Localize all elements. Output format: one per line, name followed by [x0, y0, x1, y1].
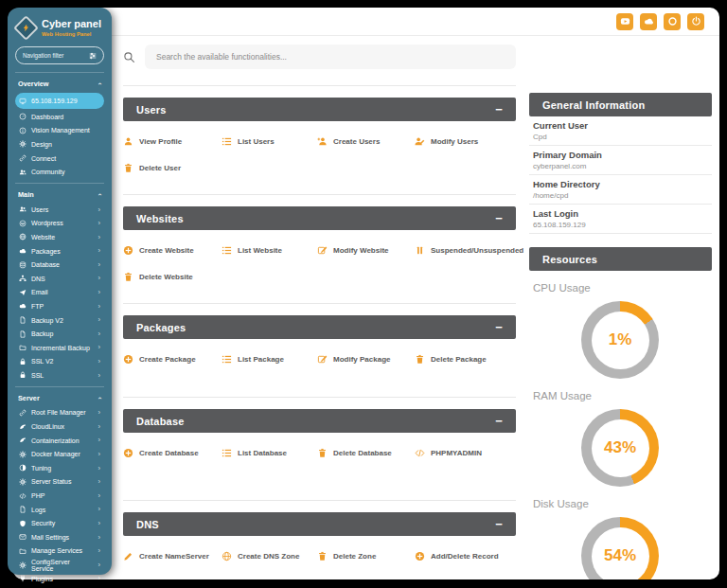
sidebar-item-plugins[interactable]: Plugins›	[15, 572, 104, 586]
trash-icon	[317, 448, 328, 458]
app-tagline: Web Hosting Panel	[42, 31, 101, 37]
sidebar-item-website[interactable]: Website›	[15, 230, 104, 244]
chevron-right-icon: ›	[98, 316, 101, 324]
action-create-website[interactable]: Create Website	[123, 237, 222, 263]
sidebar-item-docker-manager[interactable]: Docker Manager›	[15, 447, 104, 461]
sidebar-item-dashboard[interactable]: Dashboard	[15, 110, 104, 124]
action-delete-website[interactable]: Delete Website	[123, 263, 222, 290]
action-create-nameserver[interactable]: Create NameServer	[123, 543, 222, 569]
sidebar-item-cloudlinux[interactable]: CloudLinux›	[15, 419, 104, 434]
action-label: Delete Zone	[333, 552, 376, 561]
sidebar-item-label: SSL V2	[31, 358, 53, 365]
info-label: Last Login	[533, 208, 710, 219]
sidebar-item-php[interactable]: PHP›	[15, 489, 104, 503]
section-websites-items: Create Website List Website Modify Websi…	[123, 237, 516, 290]
sidebar-item-tuning[interactable]: Tuning›	[15, 461, 104, 475]
camera-ring-button[interactable]	[664, 13, 681, 30]
collapse-icon[interactable]: −	[495, 415, 503, 427]
sidebar-item-containerization[interactable]: Containerization›	[15, 434, 104, 448]
action-phpmyadmin[interactable]: PHPMYADMIN	[415, 439, 516, 466]
action-delete-package[interactable]: Delete Package	[415, 346, 516, 372]
sidebar-item-wordpress[interactable]: Wordpress›	[15, 217, 104, 231]
navigation-filter-input[interactable]: Navigation filter	[15, 46, 104, 64]
plus-circle-icon	[123, 448, 133, 458]
sidebar-item-dns[interactable]: DNS›	[15, 272, 104, 286]
disk-usage-value: 54%	[604, 546, 636, 565]
action-list-users[interactable]: List Users	[222, 128, 317, 154]
collapse-icon[interactable]: −	[495, 212, 503, 224]
sidebar-item-manage-services[interactable]: Manage Services›	[15, 544, 104, 559]
sidebar-item-ftp[interactable]: FTP›	[15, 299, 104, 313]
search-input[interactable]: Search the available functionalities...	[145, 45, 516, 69]
user-edit-icon	[415, 136, 425, 147]
sidebar-item-design[interactable]: Design	[15, 137, 104, 151]
chevron-up-icon: ›	[96, 82, 104, 85]
half-circle-icon	[19, 464, 27, 472]
action-create-database[interactable]: Create Database	[123, 439, 222, 466]
sidebar-item-vision-management[interactable]: Vision Management	[15, 124, 104, 138]
edit-icon	[317, 245, 328, 256]
action-modify-users[interactable]: Modify Users	[415, 128, 516, 154]
sidebar-item-logs[interactable]: Logs›	[15, 503, 104, 517]
action-list-database[interactable]: List Database	[222, 439, 317, 466]
sidebar-item-connect[interactable]: Connect	[15, 151, 104, 166]
action-view-profile[interactable]: View Profile	[123, 128, 222, 154]
sidebar-item-users[interactable]: Users›	[15, 203, 104, 217]
sidebar-item-configserver-service[interactable]: ConfigServer Service›	[15, 558, 104, 572]
collapse-icon[interactable]: −	[495, 103, 503, 116]
sidebar-item-label: 65.108.159.129	[31, 98, 78, 104]
chevron-right-icon: ›	[98, 451, 101, 458]
sidebar-item-database[interactable]: Database›	[15, 258, 104, 272]
action-modify-website[interactable]: Modify Website	[317, 237, 415, 263]
sidebar-item-community[interactable]: Community	[15, 165, 104, 179]
action-modify-package[interactable]: Modify Package	[317, 346, 415, 372]
action-label: Delete User	[139, 164, 181, 172]
code-icon	[19, 492, 27, 500]
action-create-package[interactable]: Create Package	[123, 346, 222, 372]
info-value: /home/cpd	[533, 192, 710, 200]
action-suspend-website[interactable]: Suspended/Unsuspended	[415, 237, 523, 263]
sidebar-item-incremental-backup[interactable]: Incremental Backup›	[15, 341, 104, 355]
sidebar-item-server-status[interactable]: Server Status›	[15, 475, 104, 490]
action-delete-zone[interactable]: Delete Zone	[317, 543, 415, 569]
action-label: Modify Users	[431, 137, 478, 146]
sidebar-section-header[interactable]: Server ›	[15, 392, 104, 406]
logo[interactable]: Cyber panel Web Hosting Panel	[8, 8, 112, 43]
sidebar-item-mail-settings[interactable]: Mail Settings›	[15, 530, 104, 544]
list-icon	[222, 136, 232, 147]
action-delete-user[interactable]: Delete User	[123, 154, 222, 181]
info-label: Home Directory	[533, 179, 710, 189]
folder-icon	[19, 344, 27, 351]
sidebar-item-packages[interactable]: Packages›	[15, 244, 104, 258]
sidebar-item-backup[interactable]: Backup›	[15, 327, 104, 341]
cloud-button[interactable]	[640, 13, 657, 30]
sidebar-item-ssl[interactable]: SSL›	[15, 368, 104, 383]
action-create-users[interactable]: Create Users	[317, 128, 415, 154]
sidebar-item-security[interactable]: Security›	[15, 516, 104, 530]
action-add-delete-record[interactable]: Add/Delete Record	[415, 543, 516, 569]
youtube-button[interactable]	[616, 13, 633, 30]
action-list-website[interactable]: List Website	[222, 237, 317, 263]
sidebar-item-server-ip[interactable]: 65.108.159.129	[15, 93, 104, 109]
action-list-package[interactable]: List Package	[222, 346, 317, 372]
collapse-icon[interactable]: −	[495, 321, 503, 333]
pause-icon	[415, 245, 425, 256]
camera-ring-icon	[667, 16, 678, 27]
sidebar-item-ssl-v2[interactable]: SSL V2›	[15, 355, 104, 369]
sidebar-section-header[interactable]: Overview ›	[15, 78, 104, 92]
action-create-dns-zone[interactable]: Create DNS Zone	[222, 543, 317, 569]
power-button[interactable]	[687, 13, 704, 30]
panel-title: General Information	[542, 99, 645, 111]
sidebar-item-root-file-manager[interactable]: Root File Manager›	[15, 406, 104, 420]
action-label: Create Users	[333, 137, 380, 146]
sliders-icon	[89, 52, 97, 60]
sidebar-section-header[interactable]: Main ›	[15, 188, 104, 203]
action-delete-database[interactable]: Delete Database	[317, 439, 415, 466]
sidebar-item-label: Manage Services	[31, 547, 82, 554]
sidebar-item-email[interactable]: Email›	[15, 286, 104, 300]
sidebar-item-backup-v2[interactable]: Backup V2›	[15, 313, 104, 328]
topbar	[112, 8, 719, 36]
collapse-icon[interactable]: −	[495, 518, 503, 530]
action-label: List Database	[238, 449, 287, 457]
trash-icon	[415, 354, 425, 365]
